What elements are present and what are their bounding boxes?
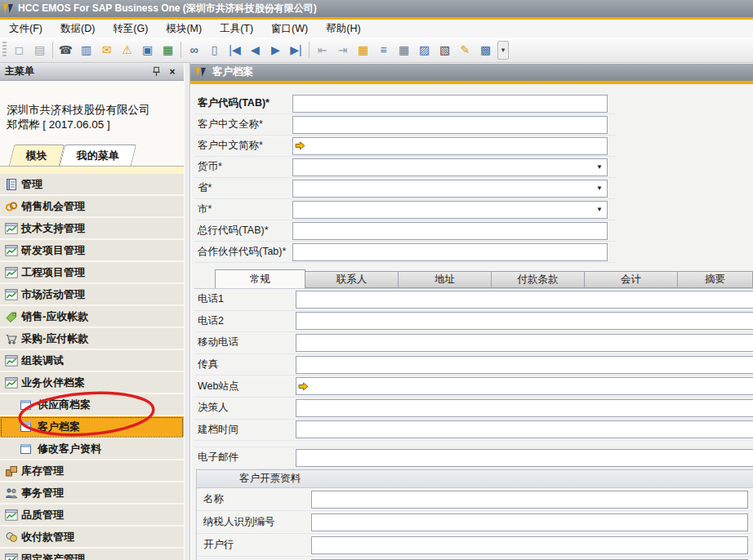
email-icon[interactable]: ✉ [96,41,117,60]
last-record-icon[interactable]: ▶| [286,41,306,60]
query-icon[interactable]: ▧ [434,41,455,60]
bank-name-input[interactable] [312,537,747,553]
customer-shortname-input[interactable] [305,138,607,154]
print-preview-icon[interactable]: ◻ [9,41,29,60]
field-label: 电子邮件 [194,451,296,464]
opportunity-icon [5,200,18,213]
menu-goto[interactable]: 转至(G) [104,20,157,38]
sidebar-item-sales-ar[interactable]: 销售-应收帐款 [0,306,184,328]
link-arrow-icon[interactable] [298,382,309,391]
back-icon[interactable]: ⇤ [312,41,332,60]
sidebar-item-engineering-project[interactable]: 工程项目管理 [0,262,184,284]
phone2-input[interactable] [296,313,753,329]
sidebar-item-fixed-assets[interactable]: 固定资产管理 [0,549,184,560]
created-date-input[interactable] [296,421,753,438]
taxpayer-id-input[interactable] [312,514,747,531]
chevron-down-icon[interactable]: ▼ [592,184,607,192]
mobile-input[interactable] [296,335,753,351]
tab-accounting[interactable]: 会计 [585,271,678,288]
sidebar-item-sales-opportunity[interactable]: 销售机会管理 [0,196,184,218]
customer-fullname-input[interactable] [293,117,607,133]
chevron-down-icon[interactable]: ▼ [592,206,607,213]
chart-icon [5,354,18,367]
next-record-icon[interactable]: ▶ [265,41,286,60]
forward-icon[interactable]: ⇥ [332,41,353,60]
link-arrow-icon[interactable] [295,141,305,150]
menu-modules[interactable]: 模块(M) [157,20,211,38]
field-label: 客户中文简称* [194,139,292,153]
invoice-name-input[interactable] [312,491,747,508]
chart-icon [5,266,18,279]
tab-my-menu[interactable]: 我的菜单 [60,144,136,166]
headoffice-code-input[interactable] [293,223,607,239]
phone-icon[interactable]: ☎ [56,41,76,60]
find-icon[interactable]: ∞ [184,41,204,60]
query-wizard-icon[interactable]: ✎ [455,41,475,60]
menu-file[interactable]: 文件(F) [0,20,51,38]
table-icon[interactable]: ▦ [394,41,414,60]
chevron-down-icon[interactable]: ▼ [592,163,607,171]
website-input[interactable] [309,378,753,394]
first-record-icon[interactable]: |◀ [225,41,245,60]
phone1-input[interactable] [296,291,753,308]
tab-payment-terms[interactable]: 付款条款 [492,271,585,288]
tab-summary[interactable]: 摘要 [678,271,753,288]
sidebar-item-inventory[interactable]: 库存管理 [0,460,184,482]
sidebar-item-administration[interactable]: 管理 [0,174,184,196]
decision-maker-input[interactable] [296,400,753,416]
new-record-icon[interactable]: ▯ [204,41,225,60]
toolbar-grip[interactable] [2,42,7,58]
window-icon [20,444,31,454]
print-icon[interactable]: ▤ [29,41,50,60]
sidebar-item-marketing-activity[interactable]: 市场活动管理 [0,284,184,306]
app-logo-icon [2,2,15,15]
tab-general[interactable]: 常规 [215,269,305,288]
application-window: { "window": { "title": "HCC EMOS For SAP… [0,0,753,560]
menu-help[interactable]: 帮助(H) [317,20,369,38]
tab-contacts[interactable]: 联系人 [305,271,399,288]
menu-data[interactable]: 数据(D) [51,20,104,38]
tag-icon [5,310,18,323]
form-title: 客户档案 [212,65,253,79]
title-bar: HCC EMOS For SAP Business One (深圳市共济科技股份… [0,0,753,17]
align-text-icon[interactable]: ≡ [373,41,394,60]
city-select[interactable] [293,202,592,218]
toolbar-overflow-button[interactable]: ▾ [497,41,509,60]
print-layout-icon[interactable]: ▥ [76,41,96,60]
toolbar-separator [309,42,310,58]
clipboard-icon[interactable]: ▣ [137,41,158,60]
excel-export-icon[interactable]: ▦ [158,41,178,60]
form-settings-icon[interactable]: ▦ [353,41,373,60]
ledger-icon [5,178,18,191]
sidebar-item-supplier-file[interactable]: 供应商档案 [0,394,184,416]
customer-code-input[interactable] [293,96,607,112]
sidebar-item-transaction[interactable]: 事务管理 [0,482,184,504]
fax-input[interactable] [296,357,753,373]
sidebar-item-tech-support[interactable]: 技术支持管理 [0,218,184,240]
sidebar-item-rd-project[interactable]: 研发项目管理 [0,240,184,262]
sidebar-item-quality[interactable]: 品质管理 [0,504,184,527]
sidebar-item-business-partner[interactable]: 业务伙伴档案 [0,372,184,394]
sidebar-splitter[interactable] [184,63,190,560]
sidebar-item-customer-file[interactable]: 客户档案 [0,416,184,438]
province-select[interactable] [293,180,592,197]
sidebar-item-modify-customer[interactable]: 修改客户资料 [0,438,184,460]
sidebar-item-purchasing-ap[interactable]: 采购-应付帐款 [0,328,184,350]
menu-window[interactable]: 窗口(W) [262,20,317,38]
pin-icon[interactable] [149,65,163,78]
calendar-icon[interactable]: ▩ [475,41,496,60]
sidebar-item-payment[interactable]: 收付款管理 [0,527,184,549]
table-search-icon[interactable]: ▨ [414,41,434,60]
email-input[interactable] [296,450,753,466]
menu-tools[interactable]: 工具(T) [211,20,262,38]
currency-select[interactable] [293,159,592,176]
document-header: 客户档案 [190,64,753,81]
tab-address[interactable]: 地址 [399,271,492,288]
previous-record-icon[interactable]: ◀ [245,41,265,60]
sidebar-item-assembly-debug[interactable]: 组装调试 [0,350,184,372]
alert-icon[interactable]: ⚠ [117,41,137,60]
partner-code-input[interactable] [293,244,607,260]
close-icon[interactable]: × [166,65,179,78]
sidebar-title: 主菜单 [5,64,34,78]
tab-modules[interactable]: 模块 [9,144,65,166]
